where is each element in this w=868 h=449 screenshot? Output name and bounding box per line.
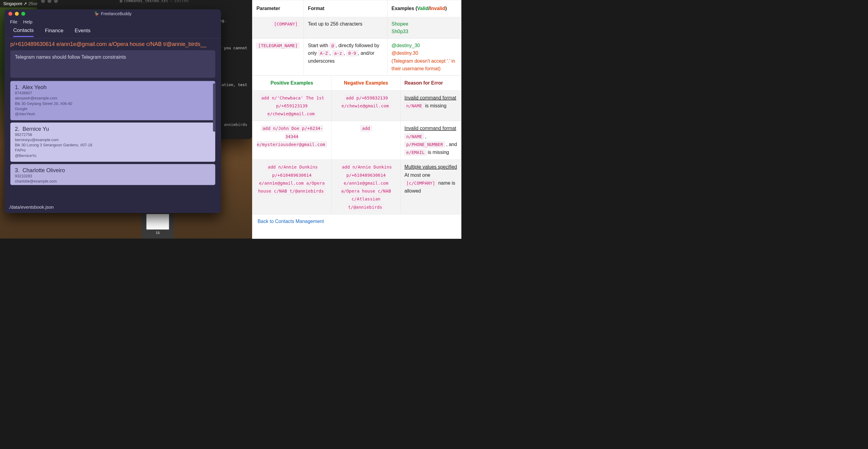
contact-telegram: @BerniceYu: [15, 153, 211, 158]
parameter-table: Parameter Format Examples (Valid/Invalid…: [252, 0, 461, 76]
contacts-scrollbar[interactable]: [213, 83, 216, 132]
contact-company: Google: [15, 106, 211, 111]
contacts-list[interactable]: 1. Alex Yeoh 87438807 alexyeoh@example.c…: [10, 81, 215, 185]
reason-cell: Invalid command format n/NAME is missing: [401, 90, 461, 121]
status-bar: ./data/eventsbook.json: [5, 202, 221, 213]
app-traffic-lights: [8, 12, 25, 16]
location-arrow-icon: ↗: [23, 1, 27, 6]
format-text: Start with @, directly followed by only …: [304, 39, 387, 76]
table-row: add n/'Chewbaca' The 1st p/+659123139 e/…: [252, 90, 461, 121]
table-row: add n/John Doe p/+6234-34344 e/mysteriou…: [252, 121, 461, 160]
contact-email: alexyeoh@example.com: [15, 96, 211, 101]
menu-file[interactable]: File: [10, 20, 17, 25]
contact-name: 3. Charlotte Oliveiro: [15, 167, 211, 174]
tab-finance[interactable]: Finance: [45, 28, 63, 36]
negative-example: add: [361, 125, 372, 131]
negative-example: add p/+659832139 e/chewie@gmail.com: [342, 95, 391, 109]
menubar-location: Singapore ↗ 25se: [3, 1, 38, 6]
header-format: Format: [304, 0, 387, 17]
table-row: add n/Annie Dunkins p/+610489630614 e/an…: [252, 160, 461, 214]
back-to-contacts-link[interactable]: Back to Contacts Management: [252, 214, 330, 229]
command-input-wrap: p/+610489630614 e/ann1e@gmail.com a/Oper…: [5, 38, 221, 49]
header-positive: Positive Examples: [252, 76, 332, 90]
app-minimize-button[interactable]: [15, 12, 19, 16]
param-tag: [COMPANY]: [272, 21, 299, 27]
clock-peek: 25se: [29, 1, 38, 6]
documentation-pane[interactable]: Parameter Format Examples (Valid/Invalid…: [252, 0, 461, 239]
contact-phone: 93210283: [15, 174, 211, 179]
editor-maximize-button[interactable]: [54, 0, 58, 3]
contact-email: berniceyu@example.com: [15, 137, 211, 142]
document-icon: ▤: [120, 0, 122, 3]
contact-telegram: @AlexYeoh: [15, 111, 211, 117]
contact-address: Blk 30 Lorong 3 Serangoon Gardens, #07-1…: [15, 142, 211, 148]
contact-card[interactable]: 1. Alex Yeoh 87438807 alexyeoh@example.c…: [10, 81, 215, 120]
app-maximize-button[interactable]: [21, 12, 25, 16]
pdf-page-number: 15: [156, 231, 160, 235]
examples-cell: Shopee Sh0p33: [387, 17, 461, 39]
editor-filename: commands_tested.txt: [124, 0, 168, 3]
positive-example: add n/'Chewbaca' The 1st p/+659123139 e/…: [259, 95, 324, 117]
header-examples: Examples (Valid/Invalid): [387, 0, 461, 17]
table-row: [COMPANY] Text up to 256 characters Shop…: [252, 17, 461, 39]
header-reason: Reason for Error: [401, 76, 461, 90]
editor-titlebar: ▤ commands_tested.txt — Edited: [37, 0, 252, 5]
editor-close-button[interactable]: [41, 0, 45, 3]
contact-name: 2. Bernice Yu: [15, 126, 211, 132]
header-negative: Negative Examples: [332, 76, 401, 90]
examples-table: Positive Examples Negative Examples Reas…: [252, 76, 461, 214]
pdf-thumbnail[interactable]: [146, 214, 169, 229]
pdf-thumbnail-panel[interactable]: 15: [142, 212, 174, 239]
negative-example: add n/Annie Dunkins p/+610489630614 e/an…: [340, 164, 392, 210]
positive-example: add n/John Doe p/+6234-34344 e/mysteriou…: [257, 125, 327, 147]
examples-cell: @destiny_30 @destiny.30 (Telegram doesn'…: [387, 39, 461, 76]
contact-email: charlotte@example.com: [15, 179, 211, 184]
contact-card[interactable]: 2. Bernice Yu 99272758 berniceyu@example…: [10, 123, 215, 162]
app-logo-icon: 🦆: [94, 11, 99, 16]
contact-address: Blk 30 Geylang Street 29, #06-40: [15, 101, 211, 106]
tab-contacts[interactable]: Contacts: [13, 27, 34, 37]
positive-example: add n/Annie Dunkins p/+610489630614 e/an…: [258, 164, 326, 194]
param-tag: [TELEGRAM_NAME]: [256, 42, 299, 49]
location-text: Singapore: [3, 1, 23, 6]
header-parameter: Parameter: [252, 0, 304, 17]
app-menubar: File Help: [5, 18, 221, 26]
format-text: Text up to 256 characters: [304, 17, 387, 39]
contact-company: FAPro: [15, 148, 211, 153]
app-close-button[interactable]: [8, 12, 12, 16]
table-header-row: Positive Examples Negative Examples Reas…: [252, 76, 461, 90]
app-titlebar[interactable]: 🦆 FreelanceBuddy: [5, 9, 221, 18]
editor-minimize-button[interactable]: [48, 0, 52, 3]
menu-help[interactable]: Help: [23, 20, 33, 25]
table-header-row: Parameter Format Examples (Valid/Invalid…: [252, 0, 461, 17]
app-title-text: FreelanceBuddy: [101, 11, 132, 16]
contact-name: 1. Alex Yeoh: [15, 84, 211, 91]
app-tabs: Contacts Finance Events: [5, 26, 221, 38]
contact-phone: 87438807: [15, 91, 211, 96]
contact-card[interactable]: 3. Charlotte Oliveiro 93210283 charlotte…: [10, 164, 215, 185]
command-input[interactable]: p/+610489630614 e/ann1e@gmail.com a/Oper…: [10, 41, 215, 48]
reason-cell: Invalid command format n/NAME , p/PHONE_…: [401, 121, 461, 160]
tab-events[interactable]: Events: [75, 28, 91, 36]
reason-cell: Multiple values specified At most one [c…: [401, 160, 461, 214]
editor-edited-badge: — Edited: [170, 0, 188, 3]
contact-phone: 99272758: [15, 132, 211, 137]
feedback-message: Telegram names should follow Telegram co…: [10, 50, 215, 78]
editor-traffic-lights[interactable]: [41, 0, 58, 3]
table-row: [TELEGRAM_NAME] Start with @, directly f…: [252, 39, 461, 76]
freelancebuddy-window: 🦆 FreelanceBuddy File Help Contacts Fina…: [5, 9, 221, 213]
